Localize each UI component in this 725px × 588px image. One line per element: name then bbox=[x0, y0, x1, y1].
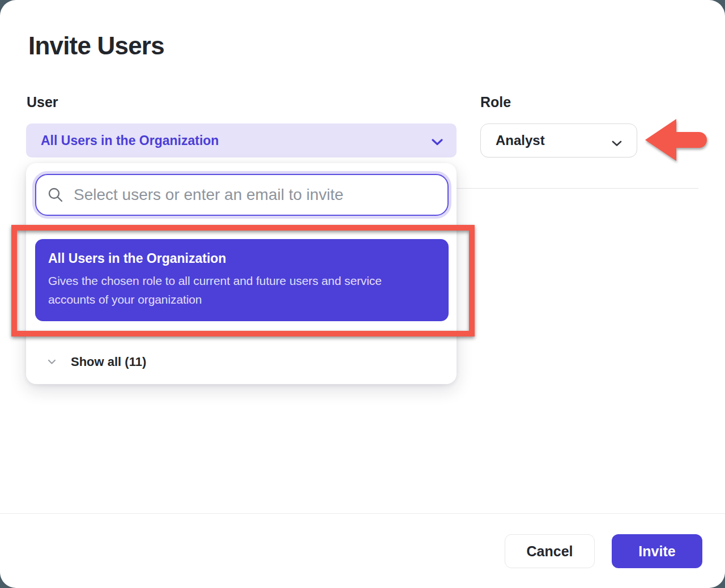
chevron-down-icon bbox=[612, 139, 622, 149]
user-select-value: All Users in the Organization bbox=[41, 133, 219, 148]
invite-users-dialog: Invite Users User All Users in the Organ… bbox=[0, 0, 725, 588]
role-select[interactable]: Analyst bbox=[480, 123, 637, 157]
option-title: All Users in the Organization bbox=[48, 251, 437, 266]
user-search bbox=[35, 174, 449, 216]
option-description-line: Gives the chosen role to all current and… bbox=[48, 271, 437, 290]
invite-button[interactable]: Invite bbox=[612, 534, 702, 568]
role-field-label: Role bbox=[480, 94, 511, 110]
user-dropdown-panel: All Users in the Organization Gives the … bbox=[26, 163, 457, 384]
page-title: Invite Users bbox=[28, 32, 164, 60]
user-field-label: User bbox=[27, 94, 58, 110]
red-arrow-annotation bbox=[643, 116, 709, 166]
option-description: Gives the chosen role to all current and… bbox=[48, 271, 437, 309]
role-select-value: Analyst bbox=[496, 133, 545, 148]
footer-divider bbox=[0, 513, 725, 514]
cancel-button[interactable]: Cancel bbox=[505, 534, 595, 568]
option-all-users-in-organization[interactable]: All Users in the Organization Gives the … bbox=[35, 239, 449, 321]
option-description-line: accounts of your organization bbox=[48, 290, 437, 309]
user-select[interactable]: All Users in the Organization bbox=[26, 123, 457, 157]
chevron-down-icon bbox=[48, 357, 56, 367]
show-all-toggle[interactable]: Show all (11) bbox=[35, 350, 443, 374]
user-search-input[interactable] bbox=[35, 174, 449, 216]
show-all-label: Show all (11) bbox=[71, 355, 146, 369]
chevron-down-icon bbox=[432, 138, 443, 148]
